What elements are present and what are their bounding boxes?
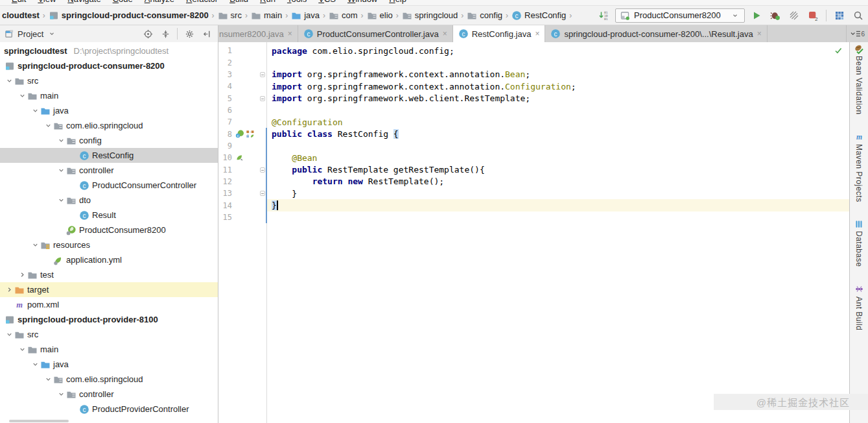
code-editor[interactable]: 1package com.elio.springcloud.config;23i… xyxy=(218,42,849,423)
tree-row[interactable]: src xyxy=(0,73,218,88)
menu-file[interactable]: File xyxy=(0,0,5,5)
menu-edit[interactable]: Edit xyxy=(7,0,30,5)
stop-button[interactable]: 2 xyxy=(806,8,820,23)
tree-row[interactable]: springcloudtestD:\project\springcloudtes… xyxy=(0,43,218,58)
horizontal-scrollbar[interactable] xyxy=(9,420,69,422)
code-line[interactable]: 6 xyxy=(218,104,849,116)
spring-beans-icon[interactable] xyxy=(246,130,255,139)
chevron-down-icon[interactable] xyxy=(44,376,53,383)
tool-window-tab-maven-projects[interactable]: mMaven Projects xyxy=(854,132,864,202)
search-everywhere-button[interactable] xyxy=(851,8,865,23)
tree-row[interactable]: java xyxy=(0,357,218,372)
tree-row[interactable]: dto xyxy=(0,193,218,208)
editor-tab[interactable]: cProductConsumerController.java× xyxy=(298,25,453,42)
chevron-down-icon[interactable] xyxy=(5,331,14,338)
fold-marker-icon[interactable] xyxy=(260,96,265,101)
chevron-down-icon[interactable] xyxy=(31,107,40,114)
collapse-all-button[interactable] xyxy=(158,27,172,41)
editor-tab[interactable]: nsumer8200.java× xyxy=(218,25,298,42)
breadcrumb-item[interactable]: springcloud xyxy=(401,10,459,21)
tree-row[interactable]: test xyxy=(0,267,218,282)
tree-row[interactable]: cProductConsumerController xyxy=(0,178,218,193)
tree-row[interactable]: springcloud-product-provider-8100 xyxy=(0,312,218,327)
breadcrumb-item[interactable]: cloudtest xyxy=(1,10,40,21)
hide-panel-button[interactable] xyxy=(200,27,214,41)
tree-row[interactable]: controller xyxy=(0,387,218,402)
breadcrumb-item[interactable]: src xyxy=(217,10,242,21)
code-line[interactable]: 10 @Bean xyxy=(218,152,849,163)
breadcrumb-item[interactable]: main xyxy=(250,10,283,21)
panel-settings-button[interactable] xyxy=(182,27,196,41)
fold-marker-icon[interactable] xyxy=(260,72,265,77)
menu-vcs[interactable]: VCS xyxy=(314,0,340,5)
fold-marker-icon[interactable] xyxy=(260,191,265,196)
chevron-down-icon[interactable] xyxy=(57,167,65,174)
tree-row[interactable]: com.elio.springcloud xyxy=(0,118,218,133)
run-button[interactable] xyxy=(749,8,764,23)
tree-row[interactable]: controller xyxy=(0,163,218,178)
close-tab-icon[interactable]: × xyxy=(757,29,762,38)
close-tab-icon[interactable]: × xyxy=(443,29,447,38)
code-line[interactable]: 2 xyxy=(218,56,849,68)
tree-row[interactable]: ProductConsumer8200 xyxy=(0,223,218,237)
chevron-down-icon[interactable] xyxy=(18,346,27,353)
chevron-right-icon[interactable] xyxy=(5,286,14,293)
breadcrumb-item[interactable]: java xyxy=(290,10,320,21)
breadcrumb-item[interactable]: cRestConfig xyxy=(511,10,567,21)
menu-refactor[interactable]: Refactor xyxy=(182,0,222,5)
debug-button[interactable] xyxy=(768,8,782,23)
code-line[interactable]: 15 xyxy=(218,212,849,223)
tree-row[interactable]: application.yml xyxy=(0,252,218,267)
tree-row[interactable]: config xyxy=(0,133,218,148)
spring-bean-icon[interactable] xyxy=(235,153,244,162)
code-line[interactable]: 7@Configuration xyxy=(218,116,849,128)
editor-tab[interactable]: cspringcloud-product-consumer-8200\...\R… xyxy=(545,25,767,42)
chevron-down-icon[interactable] xyxy=(5,77,14,84)
tree-row[interactable]: main xyxy=(0,88,218,103)
menu-view[interactable]: View xyxy=(33,0,60,5)
chevron-down-icon[interactable] xyxy=(57,197,65,204)
menu-help[interactable]: Help xyxy=(384,0,411,5)
tool-window-tab-database[interactable]: Database xyxy=(854,219,864,267)
code-line[interactable]: 13 } xyxy=(218,187,849,199)
breadcrumb-item[interactable]: config xyxy=(466,10,503,21)
chevron-down-icon[interactable] xyxy=(18,92,27,99)
locate-file-button[interactable] xyxy=(141,27,155,41)
chevron-down-icon[interactable] xyxy=(57,391,65,398)
tree-row[interactable]: java xyxy=(0,103,218,118)
menu-tools[interactable]: Tools xyxy=(283,0,311,5)
menu-run[interactable]: Run xyxy=(255,0,280,5)
fold-marker-icon[interactable] xyxy=(260,167,265,173)
sort-config-button[interactable]: 011001 xyxy=(596,8,611,23)
chevron-down-icon[interactable] xyxy=(47,29,57,39)
tree-row[interactable]: target xyxy=(0,282,218,297)
code-line[interactable]: 11 public RestTemplate getRestTemplate()… xyxy=(218,163,849,175)
code-line[interactable]: 9 xyxy=(218,140,849,152)
tool-window-tab-bean-validation[interactable]: Bean Validation xyxy=(854,43,864,115)
run-configuration-select[interactable]: ProductConsumer8200 xyxy=(615,8,745,23)
code-line[interactable]: 4import org.springframework.context.anno… xyxy=(218,80,849,92)
hidden-tabs-button[interactable]: 6 xyxy=(846,25,868,42)
code-line[interactable]: 12 return new RestTemplate(); xyxy=(218,176,849,187)
chevron-down-icon[interactable] xyxy=(31,361,40,368)
editor-tab[interactable]: cRestConfig.java× xyxy=(453,25,546,42)
spring-config-icon[interactable]: c xyxy=(235,130,244,139)
code-line[interactable]: 1package com.elio.springcloud.config; xyxy=(218,45,849,56)
code-line[interactable]: 8cpublic class RestConfig { xyxy=(218,128,849,139)
chevron-down-icon[interactable] xyxy=(31,241,40,248)
close-tab-icon[interactable]: × xyxy=(288,29,292,38)
tree-row[interactable]: cResult xyxy=(0,208,218,223)
chevron-right-icon[interactable] xyxy=(18,271,27,278)
chevron-down-icon[interactable] xyxy=(44,122,53,129)
tool-window-tab-ant-build[interactable]: Ant Build xyxy=(854,284,864,331)
breadcrumb-item[interactable]: springcloud-product-consumer-8200 xyxy=(48,10,209,21)
close-tab-icon[interactable]: × xyxy=(535,29,539,38)
chevron-down-icon[interactable] xyxy=(57,137,65,144)
tree-row[interactable]: cRestConfig xyxy=(0,148,218,163)
coverage-button[interactable] xyxy=(787,8,801,23)
tree-row[interactable]: cProductProviderController xyxy=(0,402,218,417)
menu-navigate[interactable]: Navigate xyxy=(63,0,105,5)
tree-row[interactable]: com.elio.springcloud xyxy=(0,372,218,387)
breadcrumb-item[interactable]: com xyxy=(328,10,358,21)
menu-analyze[interactable]: Analyze xyxy=(140,0,179,5)
